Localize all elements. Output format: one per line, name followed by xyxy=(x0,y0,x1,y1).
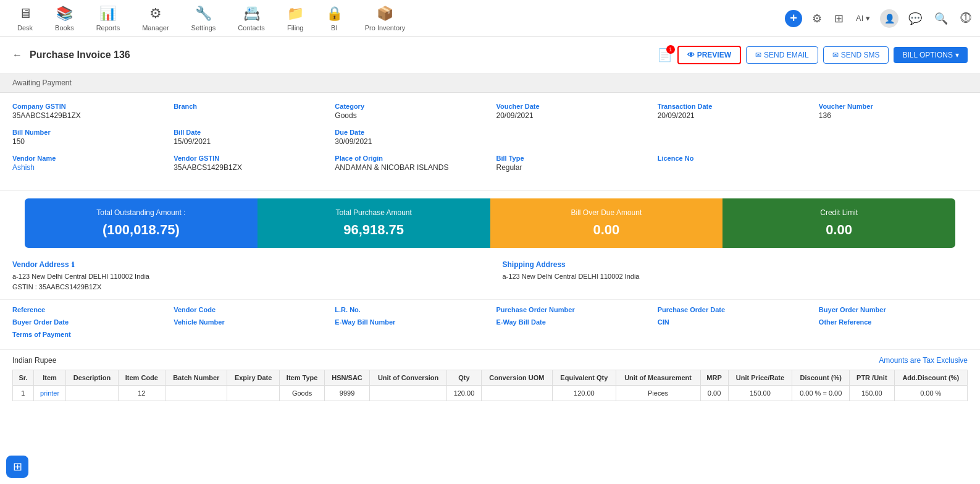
company-gstin-field: Company GSTIN 35AABCS1429B1ZX xyxy=(12,103,161,120)
cell-row0-col16: 150.00 xyxy=(850,386,894,401)
cell-row0-col15: 0.00 % = 0.00 xyxy=(792,386,850,401)
ref-field-vehicle-number: Vehicle Number xyxy=(174,318,322,326)
search-icon[interactable]: 🔍 xyxy=(932,9,950,28)
notification-badge: 1 xyxy=(666,45,675,54)
credit-limit-card: Credit Limit 0.00 xyxy=(722,198,955,248)
transaction-date-label: Transaction Date xyxy=(658,103,806,110)
ref-row-1: Reference Vendor Code L.R. No. Purchase … xyxy=(12,306,968,313)
col-discount: Discount (%) xyxy=(792,370,850,386)
col-item: Item xyxy=(33,370,65,386)
form-row-2: Bill Number 150 Bill Date 15/09/2021 Due… xyxy=(12,129,968,146)
col-mrp: MRP xyxy=(700,370,728,386)
col-conversion-uom: Conversion UOM xyxy=(481,370,553,386)
bi-icon: 🔒 xyxy=(326,6,343,22)
form-row-1: Company GSTIN 35AABCS1429B1ZX Branch Cat… xyxy=(12,103,968,120)
ref-label-cin: CIN xyxy=(658,318,806,326)
nav-item-reports[interactable]: 📊 Reports xyxy=(85,1,132,36)
shipping-address-label[interactable]: Shipping Address xyxy=(503,260,968,269)
bill-number-field: Bill Number 150 xyxy=(12,129,161,146)
cell-row0-col3: 12 xyxy=(118,386,165,401)
col-hsn-sac: HSN/SAC xyxy=(325,370,369,386)
preview-button[interactable]: 👁 PREVIEW xyxy=(677,46,741,64)
col-ptr-unit: PTR /Unit xyxy=(850,370,894,386)
back-button[interactable]: ← xyxy=(12,49,22,61)
send-email-button[interactable]: ✉ SEND EMAIL xyxy=(746,46,818,64)
bill-type-field: Bill Type Regular xyxy=(496,155,645,172)
voucher-date-label: Voucher Date xyxy=(496,103,645,110)
vendor-gstin-label: Vendor GSTIN xyxy=(174,155,322,162)
nav-item-settings[interactable]: 🔧 Settings xyxy=(180,1,227,36)
due-date-field: Due Date 30/09/2021 xyxy=(335,129,484,146)
bill-date-label: Bill Date xyxy=(174,129,322,136)
cell-row0-col1[interactable]: printer xyxy=(33,386,65,401)
ref-field-reference: Reference xyxy=(12,306,161,313)
add-button[interactable]: + xyxy=(785,10,802,27)
filing-icon: 📁 xyxy=(287,6,304,22)
email-icon: ✉ xyxy=(755,51,761,59)
bill-date-value: 15/09/2021 xyxy=(174,137,322,146)
address-section: Vendor Address ℹ a-123 New Delhi Central… xyxy=(0,260,980,300)
status-text: Awaiting Payment xyxy=(12,79,72,87)
nav-item-bi[interactable]: 🔒 BI xyxy=(315,1,354,36)
cell-row0-col8 xyxy=(369,386,447,401)
nav-label-books: Books xyxy=(55,24,74,32)
table-row: 1printer12Goods9999120.00120.00Pieces0.0… xyxy=(13,386,968,401)
col-description: Description xyxy=(66,370,118,386)
page-title: Purchase Invoice 136 xyxy=(30,49,650,61)
ref-label-terms-of-payment: Terms of Payment xyxy=(12,331,968,338)
ref-field-terms-of-payment: Terms of Payment xyxy=(12,331,968,338)
nav-item-filing[interactable]: 📁 Filing xyxy=(276,1,315,36)
ref-row-2: Buyer Order Date Vehicle Number E-Way Bi… xyxy=(12,318,968,326)
col-expiry-date: Expiry Date xyxy=(227,370,279,386)
notification-icon-wrap[interactable]: 📄 1 xyxy=(657,48,672,62)
licence-no-label: Licence No xyxy=(658,155,806,162)
vendor-address-gstin: GSTIN : 35AABCS1429B1ZX xyxy=(12,282,478,292)
cell-row0-col12: Pieces xyxy=(616,386,700,401)
nav-item-pro-inventory[interactable]: 📦 Pro Inventory xyxy=(354,1,416,36)
table-section: Indian Rupee Amounts are Tax Exclusive S… xyxy=(0,350,980,407)
nav-item-desk[interactable]: 🖥 Desk xyxy=(6,1,44,36)
nav-item-books[interactable]: 📚 Books xyxy=(44,1,85,36)
gear-icon[interactable]: ⚙ xyxy=(810,9,824,28)
form-row-3: Vendor Name Ashish Vendor GSTIN 35AABCS1… xyxy=(12,155,968,172)
bill-number-label: Bill Number xyxy=(12,129,161,136)
total-outstanding-card: Total Outstanding Amount : (100,018.75) xyxy=(25,198,258,248)
language-select[interactable]: AI ▾ xyxy=(853,11,873,25)
top-navigation: 🖥 Desk 📚 Books 📊 Reports ⚙ Manager 🔧 Set… xyxy=(0,0,980,37)
shipping-address-line1: a-123 New Delhi Central DELHI 110002 Ind… xyxy=(503,271,968,282)
total-purchase-title: Total Purchase Amount xyxy=(270,208,478,217)
col-item-type: Item Type xyxy=(279,370,325,386)
cell-row0-col17: 0.00 % xyxy=(894,386,968,401)
grid-widget-button[interactable]: ⊞ xyxy=(6,456,28,478)
user-avatar[interactable]: 👤 xyxy=(880,9,898,28)
ref-label-vehicle-number: Vehicle Number xyxy=(174,318,322,326)
help-icon[interactable]: ⓵ xyxy=(958,9,974,27)
ref-label-eway-bill-number: E-Way Bill Number xyxy=(335,318,484,326)
nav-label-reports: Reports xyxy=(96,24,120,32)
cell-row0-col6: Goods xyxy=(279,386,325,401)
grid-icon[interactable]: ⊞ xyxy=(832,9,846,28)
ref-label-po-date: Purchase Order Date xyxy=(658,306,806,313)
send-sms-button[interactable]: ✉ SEND SMS xyxy=(823,46,889,64)
ref-field-buyer-order-number: Buyer Order Number xyxy=(819,306,968,313)
spacer3 xyxy=(819,129,968,146)
chevron-down-icon: ▾ xyxy=(955,51,959,59)
chat-icon[interactable]: 💬 xyxy=(906,9,924,28)
bill-options-button[interactable]: BILL OPTIONS ▾ xyxy=(894,47,968,63)
credit-limit-title: Credit Limit xyxy=(735,208,943,217)
sms-icon: ✉ xyxy=(832,51,839,59)
vendor-name-value[interactable]: Ashish xyxy=(12,163,161,172)
cell-row0-col14: 150.00 xyxy=(728,386,792,401)
nav-item-contacts[interactable]: 📇 Contacts xyxy=(227,1,275,36)
voucher-number-value: 136 xyxy=(819,111,968,120)
ref-label-buyer-order-date: Buyer Order Date xyxy=(12,318,161,326)
vendor-address-label[interactable]: Vendor Address ℹ xyxy=(12,260,478,269)
vendor-address-block: Vendor Address ℹ a-123 New Delhi Central… xyxy=(12,260,478,292)
nav-item-manager[interactable]: ⚙ Manager xyxy=(131,1,180,36)
company-gstin-label: Company GSTIN xyxy=(12,103,161,110)
ref-field-other-reference: Other Reference xyxy=(819,318,968,326)
spacer2 xyxy=(658,129,806,146)
contacts-icon: 📇 xyxy=(243,6,260,22)
bill-date-field: Bill Date 15/09/2021 xyxy=(174,129,322,146)
ref-label-vendor-code: Vendor Code xyxy=(174,306,322,313)
